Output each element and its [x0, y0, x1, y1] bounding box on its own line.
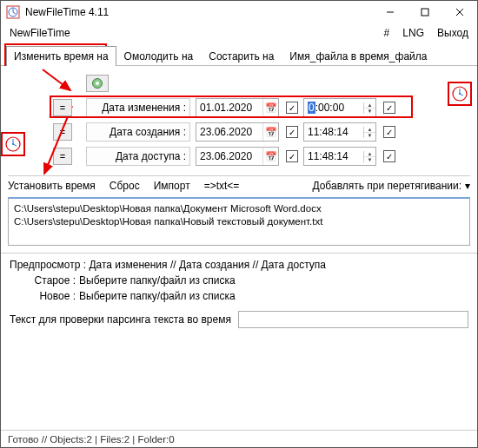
main-panel: = Дата изменения : 01.01.2020 📅 ✓ 0:00:0…: [1, 66, 477, 172]
settings-gear-button[interactable]: [86, 75, 109, 92]
parse-test-row: Текст для проверки парсинга текста во вр…: [1, 304, 477, 332]
tab-change-time[interactable]: Изменить время на: [6, 46, 116, 66]
calendar-icon[interactable]: 📅: [262, 123, 278, 141]
svg-rect-3: [422, 9, 428, 16]
close-button[interactable]: [442, 1, 477, 23]
minimize-button[interactable]: [373, 1, 408, 23]
file-list[interactable]: C:\Users\stepu\Desktop\Новая папка\Докум…: [8, 197, 470, 246]
app-icon: [6, 5, 20, 19]
row-modified: = Дата изменения : 01.01.2020 📅 ✓ 0:00:0…: [10, 96, 470, 120]
status-bar: Готово // Objects:2 | Files:2 | Folder:0: [1, 430, 477, 447]
checkbox-accessed-time[interactable]: ✓: [383, 150, 395, 162]
row-created: = Дата создания : 23.06.2020 📅 ✓ 11:48:1…: [10, 120, 470, 144]
checkbox-created-time[interactable]: ✓: [383, 126, 395, 138]
exit-button[interactable]: Выход: [437, 27, 468, 39]
app-window: NewFileTime 4.11 NewFileTime # LNG Выход…: [0, 0, 478, 448]
title-bar: NewFileTime 4.11: [1, 1, 477, 23]
date-input-created[interactable]: 23.06.2020 📅: [196, 122, 279, 142]
time-input-created[interactable]: 11:48:14 ▲▼: [303, 122, 376, 142]
clock-icon-left[interactable]: [1, 132, 25, 156]
parse-label: Текст для проверки парсинга текста во вр…: [10, 313, 231, 326]
equal-button-accessed[interactable]: =: [53, 148, 72, 165]
reset-button[interactable]: Сброс: [110, 180, 140, 192]
preview-header: Предпросмотр : Дата изменения // Дата со…: [1, 253, 477, 273]
window-title: NewFileTime 4.11: [25, 6, 373, 18]
time-spinner[interactable]: ▲▼: [363, 127, 375, 138]
lang-button[interactable]: LNG: [402, 27, 424, 39]
label-modified: Дата изменения :: [86, 98, 190, 117]
file-item[interactable]: C:\Users\stepu\Desktop\Новая папка\Новый…: [14, 215, 464, 228]
time-input-accessed[interactable]: 11:48:14 ▲▼: [303, 147, 376, 166]
tab-filename-to-time[interactable]: Имя_файла в время_файла: [282, 46, 435, 66]
checkbox-modified-time[interactable]: ✓: [383, 102, 395, 114]
set-time-button[interactable]: Установить время: [8, 180, 96, 192]
date-input-modified[interactable]: 01.01.2020 📅: [196, 98, 279, 117]
drag-dropdown-icon[interactable]: ▾: [465, 180, 470, 192]
checkbox-accessed-date[interactable]: ✓: [286, 150, 298, 162]
row-accessed: = Дата доступа : 23.06.2020 📅 ✓ 11:48:14…: [10, 144, 470, 168]
tab-strip: Изменить время на Омолодить на Состарить…: [1, 43, 477, 66]
tab-make-younger[interactable]: Омолодить на: [116, 46, 202, 66]
file-item[interactable]: C:\Users\stepu\Desktop\Новая папка\Докум…: [14, 202, 464, 215]
action-bar: Установить время Сброс Импорт =>txt<= До…: [1, 176, 477, 195]
calendar-icon[interactable]: 📅: [262, 148, 278, 165]
import-button[interactable]: Импорт: [154, 180, 190, 192]
time-spinner[interactable]: ▲▼: [363, 102, 375, 114]
app-name-label[interactable]: NewFileTime: [10, 27, 374, 39]
label-created: Дата создания :: [86, 122, 190, 142]
time-input-modified[interactable]: 0:00:00 ▲▼: [303, 98, 376, 117]
hash-button[interactable]: #: [384, 27, 390, 39]
label-accessed: Дата доступа :: [86, 147, 190, 166]
date-input-accessed[interactable]: 23.06.2020 📅: [196, 147, 279, 166]
calendar-icon[interactable]: 📅: [262, 99, 278, 116]
equal-button-modified[interactable]: =: [53, 99, 72, 116]
drag-add-label[interactable]: Добавлять при перетягивании:: [312, 180, 461, 192]
checkbox-created-date[interactable]: ✓: [286, 126, 298, 138]
maximize-button[interactable]: [408, 1, 442, 23]
tab-make-older[interactable]: Состарить на: [201, 46, 282, 66]
time-spinner[interactable]: ▲▼: [363, 151, 375, 162]
new-value-row: Новое :Выберите папку/файл из списка: [1, 288, 477, 304]
parse-input[interactable]: [238, 311, 468, 328]
checkbox-modified-date[interactable]: ✓: [286, 102, 298, 114]
svg-point-9: [12, 143, 14, 145]
equal-button-created[interactable]: =: [53, 123, 72, 141]
txt-button[interactable]: =>txt<=: [204, 180, 240, 192]
old-value-row: Старое :Выберите папку/файл из списка: [1, 273, 477, 288]
top-menu-row: NewFileTime # LNG Выход: [1, 23, 477, 43]
svg-point-13: [96, 82, 99, 85]
svg-point-7: [459, 93, 461, 95]
